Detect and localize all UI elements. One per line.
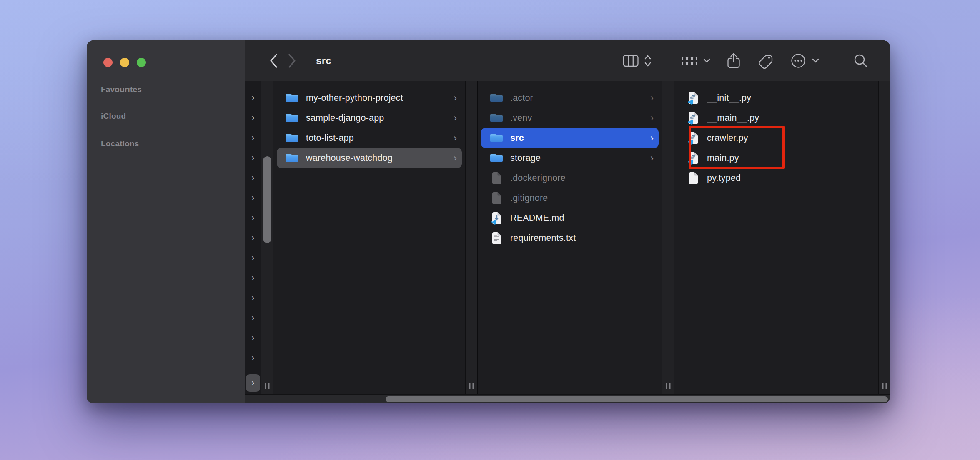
folder-icon bbox=[489, 132, 504, 144]
collapsed-item-chevron[interactable]: › bbox=[245, 348, 261, 368]
sidebar-section-favourites: Favourites bbox=[101, 85, 142, 94]
collapsed-item-chevron[interactable]: › bbox=[245, 288, 261, 308]
file-row[interactable]: crawler.py bbox=[678, 128, 875, 148]
collapsed-item-chevron[interactable]: › bbox=[245, 168, 261, 188]
zoom-button[interactable] bbox=[137, 58, 146, 67]
main-area: src bbox=[245, 40, 890, 403]
collapsed-item-chevron[interactable]: › bbox=[245, 248, 261, 268]
collapsed-item-chevron[interactable]: › bbox=[245, 228, 261, 248]
folder-icon bbox=[489, 92, 504, 104]
column-src: __init__.py __main__.py crawler.py main.… bbox=[674, 81, 890, 394]
file-row[interactable]: .venv› bbox=[481, 108, 659, 128]
finder-window: Favourites iCloud Locations src bbox=[87, 40, 890, 403]
column-scrollbar bbox=[465, 81, 477, 394]
folder-icon bbox=[489, 112, 504, 124]
file-row[interactable]: requirements.txt bbox=[481, 228, 659, 248]
python-file-icon bbox=[686, 131, 700, 145]
column-projects: my-other-python-project› sample-django-a… bbox=[273, 81, 477, 394]
chevron-down-icon bbox=[812, 58, 819, 63]
file-label: sample-django-app bbox=[306, 113, 384, 123]
search-button[interactable] bbox=[853, 48, 868, 73]
view-columns-button[interactable] bbox=[622, 48, 652, 73]
folder-icon bbox=[285, 132, 299, 144]
file-label: main.py bbox=[707, 153, 739, 163]
file-label: crawler.py bbox=[707, 133, 748, 143]
file-row[interactable]: __init__.py bbox=[678, 88, 875, 108]
chevron-right-icon bbox=[289, 55, 295, 67]
close-button[interactable] bbox=[103, 58, 113, 67]
collapsed-item-chevron[interactable]: › bbox=[245, 208, 261, 228]
chevron-down-icon bbox=[703, 58, 710, 63]
folder-icon bbox=[285, 152, 299, 164]
file-row[interactable]: __main__.py bbox=[678, 108, 875, 128]
file-row[interactable]: main.py bbox=[678, 148, 875, 168]
desktop: { "window": { "title": "src", "traffic_l… bbox=[0, 0, 980, 460]
file-row[interactable]: py.typed bbox=[678, 168, 875, 188]
collapsed-item-chevron[interactable]: › bbox=[245, 148, 261, 168]
sidebar-section-icloud: iCloud bbox=[101, 112, 126, 121]
share-button[interactable] bbox=[727, 48, 740, 73]
search-icon bbox=[853, 53, 868, 68]
chevron-right-icon: › bbox=[647, 113, 654, 123]
file-row[interactable]: .dockerignore bbox=[481, 168, 659, 188]
file-label: .dockerignore bbox=[510, 173, 566, 183]
file-row[interactable]: my-other-python-project› bbox=[277, 88, 462, 108]
collapsed-item-chevron[interactable]: › bbox=[245, 188, 261, 208]
file-row[interactable]: storage› bbox=[481, 148, 659, 168]
collapsed-column-scrollbar bbox=[261, 81, 273, 394]
tags-button[interactable] bbox=[758, 48, 774, 73]
folder-icon bbox=[285, 112, 299, 124]
collapsed-item-chevron[interactable]: › bbox=[245, 268, 261, 288]
more-actions-button[interactable] bbox=[790, 48, 819, 73]
folder-icon bbox=[489, 91, 504, 105]
file-row[interactable]: sample-django-app› bbox=[277, 108, 462, 128]
traffic-lights bbox=[103, 58, 146, 67]
folder-icon bbox=[285, 111, 299, 125]
chevron-right-icon: › bbox=[647, 93, 654, 103]
collapsed-item-chevron[interactable]: › bbox=[245, 328, 261, 348]
chevron-left-icon bbox=[271, 55, 276, 67]
file-row[interactable]: .gitignore bbox=[481, 188, 659, 208]
collapsed-item-selected[interactable]: › bbox=[246, 374, 260, 392]
collapsed-item-chevron[interactable]: › bbox=[245, 88, 261, 108]
collapsed-item-chevron[interactable]: › bbox=[245, 128, 261, 148]
column-resize-handle[interactable] bbox=[469, 383, 474, 389]
file-label: README.md bbox=[510, 213, 564, 223]
file-label: src bbox=[510, 133, 524, 143]
file-row[interactable]: toto-list-app› bbox=[277, 128, 462, 148]
file-label: py.typed bbox=[707, 173, 741, 183]
file-label: my-other-python-project bbox=[306, 93, 403, 103]
scrollbar-thumb[interactable] bbox=[263, 156, 271, 243]
scrollbar-thumb[interactable] bbox=[386, 396, 888, 402]
file-icon bbox=[686, 171, 700, 185]
file-row[interactable]: README.md bbox=[481, 208, 659, 228]
file-row[interactable]: warehouse-watchdog› bbox=[277, 148, 462, 168]
horizontal-scrollbar bbox=[245, 394, 890, 403]
group-by-button[interactable] bbox=[682, 48, 710, 73]
back-button[interactable] bbox=[264, 50, 283, 72]
column-resize-handle[interactable] bbox=[666, 383, 670, 389]
readme-file-icon bbox=[489, 211, 504, 225]
columns-view-icon bbox=[622, 54, 639, 68]
chevron-right-icon: › bbox=[450, 153, 457, 163]
file-label: __init__.py bbox=[707, 93, 751, 103]
column-resize-handle[interactable] bbox=[265, 383, 269, 389]
collapsed-column: ››››››››››››››› bbox=[245, 81, 261, 394]
column-resize-handle[interactable] bbox=[882, 383, 887, 389]
collapsed-item-chevron[interactable]: › bbox=[245, 108, 261, 128]
file-row[interactable]: .actor› bbox=[481, 88, 659, 108]
column-browser: ››››››››››››››› my-other-python-project›… bbox=[245, 81, 890, 394]
column-scrollbar bbox=[878, 81, 890, 394]
file-row[interactable]: src› bbox=[481, 128, 659, 148]
collapsed-item-chevron[interactable]: › bbox=[245, 308, 261, 328]
file-label: storage bbox=[510, 153, 541, 163]
hidden-file-icon bbox=[489, 191, 504, 205]
file-label: .gitignore bbox=[510, 193, 548, 203]
python-file-icon bbox=[686, 91, 700, 105]
minimize-button[interactable] bbox=[120, 58, 129, 67]
group-by-icon bbox=[682, 54, 697, 68]
file-label: .actor bbox=[510, 93, 533, 103]
forward-button[interactable] bbox=[283, 50, 301, 72]
hidden-file-icon bbox=[489, 171, 504, 185]
file-label: toto-list-app bbox=[306, 133, 354, 143]
